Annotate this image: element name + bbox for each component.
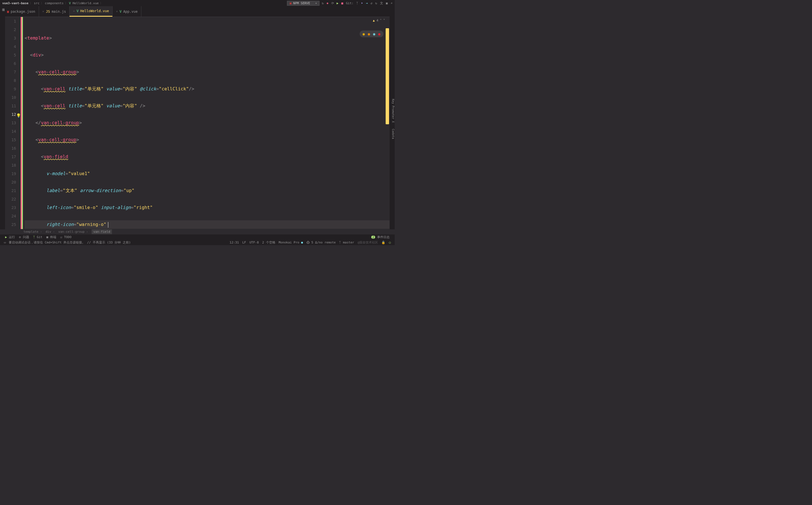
git-branch[interactable]: ᛉ master — [339, 240, 354, 244]
event-log-tool[interactable]: 2 事件日志 — [371, 235, 389, 239]
indicator-icon[interactable]: ◯ — [389, 240, 391, 244]
commit-icon[interactable]: ➤ — [361, 1, 363, 5]
translate-icon[interactable]: 文 — [380, 1, 383, 5]
theme-indicator[interactable]: Monokai Pro ● — [279, 240, 303, 244]
caret-position[interactable]: 12:31 — [230, 240, 239, 244]
code-area[interactable]: 💡 <template> <div> <van-cell-group> <van… — [25, 17, 389, 229]
push-icon[interactable]: ⇥ — [366, 1, 368, 5]
editor[interactable]: 1 2 3 4 5 6 7 8 9 10 11 12 13 14 15 16 1… — [5, 17, 389, 229]
left-tool-strip: 项目 — [0, 6, 5, 229]
git-label: Git: — [346, 1, 354, 5]
tab-helloworld-vue[interactable]: × V HelloWorld.vue — [70, 6, 113, 17]
todo-tool[interactable]: ☑ TODO — [60, 235, 72, 239]
right-tool-strip: Key Promoter X Codota — [389, 6, 395, 229]
run-configuration-dropdown[interactable]: ▣ NPM SERVE ▾ — [287, 1, 320, 6]
npm-icon: ▣ — [7, 10, 9, 14]
line-separator[interactable]: LF — [242, 240, 246, 244]
rerun-icon[interactable]: ↻ — [322, 1, 324, 5]
file-encoding[interactable]: UTF-8 — [249, 240, 259, 244]
run-tool[interactable]: ▶ 运行 — [5, 235, 15, 239]
editor-tabs: × ▣ package.json × JS main.js × V HelloW… — [0, 6, 395, 17]
watermark: @掘金技术社区 — [358, 240, 378, 244]
coverage-icon[interactable]: ⟳ — [331, 1, 334, 5]
line-number-gutter: 1 2 3 4 5 6 7 8 9 10 11 12 13 14 15 16 1… — [5, 17, 21, 229]
tab-package-json[interactable]: × ▣ package.json — [0, 6, 39, 17]
text-cursor — [108, 222, 108, 228]
code-breadcrumb[interactable]: template› div› van-cell-group› van-field — [21, 229, 115, 234]
tab-label: App.vue — [123, 10, 138, 14]
breadcrumb-part[interactable]: components — [45, 1, 64, 5]
close-icon[interactable]: × — [73, 9, 75, 13]
tool-codota[interactable]: Codota — [391, 129, 395, 139]
branch-icon[interactable]: ᛉ — [356, 1, 358, 5]
tab-label: main.js — [52, 10, 66, 14]
navigation-bar: vue3-vant-base 〉 src 〉 components 〉 V He… — [0, 0, 395, 6]
tool-window-bar: ▶ 运行 ⊘ 问题 ᛉ Git ▣ 终端 ☑ TODO 2 事件日志 — [0, 234, 395, 239]
vue-icon: V — [120, 10, 122, 14]
tab-app-vue[interactable]: × V App.vue — [113, 6, 141, 17]
vue-icon: V — [77, 9, 79, 13]
breadcrumb-part[interactable]: src — [34, 1, 39, 5]
status-message[interactable]: 要启动调试会话，请按住 Cmd+Shift 并点击该链接。 // 不再显示 (3… — [9, 240, 131, 244]
tab-label: package.json — [11, 10, 35, 14]
history-icon[interactable]: ↺ — [371, 1, 373, 5]
stop-icon[interactable]: ■ — [341, 1, 343, 5]
tool-keypromoter[interactable]: Key Promoter X — [391, 99, 395, 123]
change-marker — [21, 17, 23, 229]
close-icon[interactable]: × — [116, 10, 118, 13]
js-icon: JS — [46, 10, 50, 14]
npm-icon: ▣ — [289, 1, 292, 5]
breadcrumb-project[interactable]: vue3-vant-base — [2, 1, 28, 5]
notification-icon[interactable]: ▭ — [4, 240, 6, 244]
play-icon[interactable]: ▶ — [337, 1, 339, 5]
terminal-tool[interactable]: ▣ 终端 — [46, 235, 56, 239]
indent-setting[interactable]: 2 个空格 — [262, 240, 275, 244]
vue-icon: V — [69, 1, 71, 5]
problems-tool[interactable]: ⊘ 问题 — [19, 235, 29, 239]
breadcrumb[interactable]: vue3-vant-base 〉 src 〉 components 〉 V He… — [2, 1, 103, 5]
breadcrumb-file[interactable]: HelloWorld.vue — [73, 1, 99, 5]
git-tool[interactable]: ᛉ Git — [33, 235, 43, 239]
autoscroll-icon[interactable]: ▣ — [386, 1, 388, 5]
status-bar: ▭ 要启动调试会话，请按住 Cmd+Shift 并点击该链接。 // 不再显示 … — [0, 239, 395, 245]
search-icon[interactable]: ⌕ — [390, 1, 392, 5]
lock-icon[interactable]: 🔒 — [381, 240, 385, 244]
chevron-down-icon: ▾ — [315, 1, 317, 5]
debug-icon[interactable]: ✱ — [327, 1, 329, 5]
intention-bulb-icon[interactable]: 💡 — [16, 111, 21, 120]
rollback-icon[interactable]: ↻ — [375, 1, 377, 5]
close-icon[interactable]: × — [42, 10, 44, 13]
power-save[interactable]: ⏻ 5 Δ/no remote — [307, 240, 336, 244]
tab-label: HelloWorld.vue — [80, 9, 109, 13]
tab-main-js[interactable]: × JS main.js — [39, 6, 70, 17]
